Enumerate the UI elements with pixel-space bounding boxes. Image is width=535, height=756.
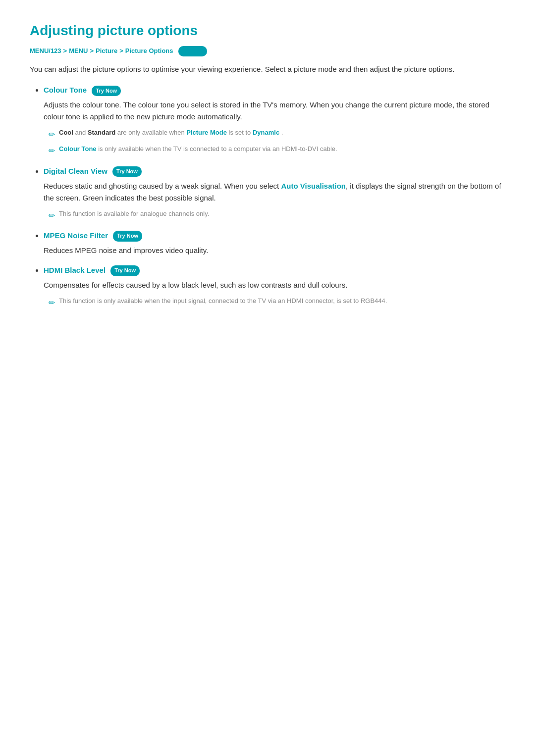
breadcrumb: MENU/123 > MENU > Picture > Picture Opti… bbox=[30, 46, 505, 57]
list-item-mpeg-noise-filter: MPEG Noise Filter Try Now Reduces MPEG n… bbox=[44, 230, 505, 256]
note1-set: is set to bbox=[229, 129, 253, 136]
page-title: Adjusting picture options bbox=[30, 20, 505, 42]
note1-mid: are only available when bbox=[117, 129, 186, 136]
note-icon-2: ✏ bbox=[49, 145, 55, 157]
hdmi-black-level-note-text: This function is only available when the… bbox=[59, 296, 387, 306]
list-item-hdmi-black-level: HDMI Black Level Try Now Compensates for… bbox=[44, 264, 505, 309]
digital-clean-view-try-now[interactable]: Try Now bbox=[112, 166, 142, 177]
colour-tone-ref: Colour Tone bbox=[59, 145, 97, 152]
digital-clean-view-note-text: This function is available for analogue … bbox=[59, 209, 209, 219]
mpeg-noise-filter-desc: Reduces MPEG noise and improves video qu… bbox=[44, 245, 505, 256]
hdmi-black-level-note-1: ✏ This function is only available when t… bbox=[44, 296, 505, 309]
dynamic-text: Dynamic bbox=[253, 129, 279, 136]
auto-visualisation-ref: Auto Visualisation bbox=[281, 182, 346, 190]
picture-mode-text: Picture Mode bbox=[186, 129, 227, 136]
colour-tone-desc: Adjusts the colour tone. The colour tone… bbox=[44, 99, 505, 123]
colour-tone-note-1: ✏ Cool and Standard are only available w… bbox=[44, 128, 505, 141]
breadcrumb-sep1: > bbox=[63, 46, 67, 56]
digital-clean-view-title: Digital Clean View bbox=[44, 167, 107, 175]
colour-tone-title: Colour Tone bbox=[44, 86, 87, 94]
breadcrumb-part3[interactable]: Picture bbox=[96, 46, 117, 56]
breadcrumb-try-now-badge[interactable]: Try Now bbox=[178, 46, 208, 57]
digital-clean-view-note-1: ✏ This function is available for analogu… bbox=[44, 209, 505, 222]
note2-rest: is only available when the TV is connect… bbox=[98, 145, 337, 152]
note-icon-4: ✏ bbox=[49, 297, 55, 309]
cool-text: Cool bbox=[59, 129, 73, 136]
and-text: and bbox=[75, 129, 88, 136]
note1-period: . bbox=[281, 129, 283, 136]
breadcrumb-part4[interactable]: Picture Options bbox=[125, 46, 173, 56]
digital-clean-view-desc: Reduces static and ghosting caused by a … bbox=[44, 180, 505, 204]
mpeg-noise-filter-title: MPEG Noise Filter bbox=[44, 231, 108, 240]
list-item-digital-clean-view: Digital Clean View Try Now Reduces stati… bbox=[44, 165, 505, 222]
colour-tone-note-2-text: Colour Tone is only available when the T… bbox=[59, 144, 337, 154]
standard-text: Standard bbox=[88, 129, 115, 136]
note-icon-1: ✏ bbox=[49, 128, 55, 141]
colour-tone-note-1-text: Cool and Standard are only available whe… bbox=[59, 128, 283, 138]
main-list: Colour Tone Try Now Adjusts the colour t… bbox=[30, 84, 505, 309]
colour-tone-note-2: ✏ Colour Tone is only available when the… bbox=[44, 144, 505, 157]
list-item-colour-tone: Colour Tone Try Now Adjusts the colour t… bbox=[44, 84, 505, 157]
hdmi-black-level-title: HDMI Black Level bbox=[44, 266, 106, 274]
breadcrumb-sep2: > bbox=[90, 46, 94, 56]
breadcrumb-sep3: > bbox=[119, 46, 123, 56]
hdmi-black-level-try-now[interactable]: Try Now bbox=[110, 265, 140, 276]
breadcrumb-part1[interactable]: MENU/123 bbox=[30, 46, 61, 56]
intro-text: You can adjust the picture options to op… bbox=[30, 63, 505, 75]
mpeg-noise-filter-try-now[interactable]: Try Now bbox=[113, 231, 142, 242]
breadcrumb-part2[interactable]: MENU bbox=[69, 46, 88, 56]
colour-tone-try-now[interactable]: Try Now bbox=[92, 86, 121, 97]
hdmi-black-level-desc: Compensates for effects caused by a low … bbox=[44, 279, 505, 291]
note-icon-3: ✏ bbox=[49, 209, 55, 222]
